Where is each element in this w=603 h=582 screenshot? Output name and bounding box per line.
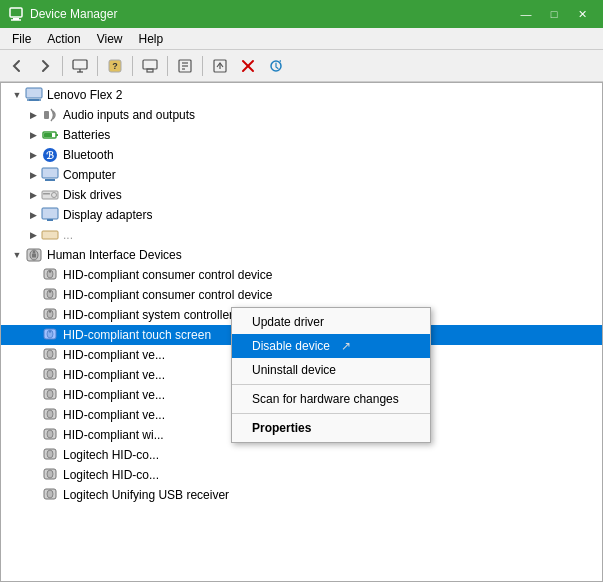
scan-button[interactable] bbox=[263, 53, 289, 79]
svg-rect-30 bbox=[42, 191, 58, 199]
ctx-sep1 bbox=[232, 384, 430, 385]
ctx-properties[interactable]: Properties bbox=[232, 416, 430, 440]
ellipsis-icon bbox=[41, 226, 59, 244]
window-controls: — □ ✕ bbox=[513, 4, 595, 24]
menu-bar: File Action View Help bbox=[0, 28, 603, 50]
svg-point-48 bbox=[49, 310, 51, 312]
tree-ellipsis[interactable]: ▶ ... bbox=[1, 225, 602, 245]
battery-icon bbox=[41, 126, 59, 144]
hid1-icon bbox=[41, 266, 59, 284]
svg-text:ℬ: ℬ bbox=[46, 150, 54, 161]
title-bar: Device Manager — □ ✕ bbox=[0, 0, 603, 28]
close-button[interactable]: ✕ bbox=[569, 4, 595, 24]
ctx-update-driver[interactable]: Update driver bbox=[232, 310, 430, 334]
display-label: Display adapters bbox=[63, 208, 598, 222]
ctx-scan-hardware[interactable]: Scan for hardware changes bbox=[232, 387, 430, 411]
sep5 bbox=[202, 56, 203, 76]
hid-root-label: Human Interface Devices bbox=[47, 248, 598, 262]
computer-label: Computer bbox=[63, 168, 598, 182]
logitech1-label: Logitech HID-co... bbox=[63, 448, 598, 462]
display-expander[interactable]: ▶ bbox=[25, 207, 41, 223]
svg-rect-32 bbox=[43, 193, 50, 195]
menu-help[interactable]: Help bbox=[131, 30, 172, 48]
svg-text:?: ? bbox=[112, 61, 118, 71]
logitech2-icon bbox=[41, 466, 59, 484]
svg-point-51 bbox=[49, 330, 51, 332]
computer-icon bbox=[25, 86, 43, 104]
ctx-uninstall-device[interactable]: Uninstall device bbox=[232, 358, 430, 382]
svg-rect-39 bbox=[32, 254, 36, 258]
tree-batteries[interactable]: ▶ Batteries bbox=[1, 125, 602, 145]
hid9-icon bbox=[41, 426, 59, 444]
properties-button[interactable] bbox=[172, 53, 198, 79]
menu-file[interactable]: File bbox=[4, 30, 39, 48]
monitor-button[interactable] bbox=[137, 53, 163, 79]
audio-icon bbox=[41, 106, 59, 124]
ellipsis-label: ... bbox=[63, 228, 598, 242]
audio-expander[interactable]: ▶ bbox=[25, 107, 41, 123]
batteries-expander[interactable]: ▶ bbox=[25, 127, 41, 143]
tree-disk[interactable]: ▶ Disk drives bbox=[1, 185, 602, 205]
hid1-label: HID-compliant consumer control device bbox=[63, 268, 598, 282]
device-tree[interactable]: ▼ Lenovo Flex 2 ▶ Audio input bbox=[0, 82, 603, 582]
svg-rect-9 bbox=[147, 69, 153, 72]
menu-view[interactable]: View bbox=[89, 30, 131, 48]
svg-rect-33 bbox=[42, 208, 58, 219]
sep4 bbox=[167, 56, 168, 76]
minimize-button[interactable]: — bbox=[513, 4, 539, 24]
tree-logitech-usb[interactable]: Logitech Unifying USB receiver bbox=[1, 485, 602, 505]
computer-icon2 bbox=[41, 166, 59, 184]
help-button[interactable]: ? bbox=[102, 53, 128, 79]
tree-display[interactable]: ▶ Display adapters bbox=[1, 205, 602, 225]
svg-point-65 bbox=[47, 470, 53, 478]
logitech-usb-label: Logitech Unifying USB receiver bbox=[63, 488, 598, 502]
svg-rect-3 bbox=[73, 60, 87, 69]
svg-rect-8 bbox=[143, 60, 157, 69]
hid6-icon bbox=[41, 366, 59, 384]
computer-expander[interactable]: ▶ bbox=[25, 167, 41, 183]
sep3 bbox=[132, 56, 133, 76]
hid-expander[interactable]: ▼ bbox=[9, 247, 25, 263]
svg-point-45 bbox=[49, 290, 51, 292]
audio-label: Audio inputs and outputs bbox=[63, 108, 598, 122]
tree-hid-1[interactable]: HID-compliant consumer control device bbox=[1, 265, 602, 285]
maximize-button[interactable]: □ bbox=[541, 4, 567, 24]
display-icon bbox=[41, 206, 59, 224]
tree-computer[interactable]: ▶ Computer bbox=[1, 165, 602, 185]
ctx-sep2 bbox=[232, 413, 430, 414]
svg-rect-24 bbox=[56, 134, 58, 136]
tree-hid-root[interactable]: ▼ Human Interface Devices bbox=[1, 245, 602, 265]
tree-root[interactable]: ▼ Lenovo Flex 2 bbox=[1, 85, 602, 105]
tree-logitech-2[interactable]: Logitech HID-co... bbox=[1, 465, 602, 485]
logitech1-icon bbox=[41, 446, 59, 464]
logitech2-label: Logitech HID-co... bbox=[63, 468, 598, 482]
back-button[interactable] bbox=[4, 53, 30, 79]
ellipsis-expander[interactable]: ▶ bbox=[25, 227, 41, 243]
tree-audio[interactable]: ▶ Audio inputs and outputs bbox=[1, 105, 602, 125]
update-button[interactable] bbox=[207, 53, 233, 79]
ctx-disable-device[interactable]: Disable device ↗ bbox=[232, 334, 430, 358]
main-content: ▼ Lenovo Flex 2 ▶ Audio input bbox=[0, 82, 603, 582]
bluetooth-expander[interactable]: ▶ bbox=[25, 147, 41, 163]
tree-logitech-1[interactable]: Logitech HID-co... bbox=[1, 445, 602, 465]
svg-point-57 bbox=[47, 390, 53, 398]
hid7-icon bbox=[41, 386, 59, 404]
computer-button[interactable] bbox=[67, 53, 93, 79]
root-expander[interactable]: ▼ bbox=[9, 87, 25, 103]
svg-point-38 bbox=[33, 251, 36, 254]
logitech-usb-icon bbox=[41, 486, 59, 504]
sep1 bbox=[62, 56, 63, 76]
svg-point-63 bbox=[47, 450, 53, 458]
tree-bluetooth[interactable]: ▶ ℬ Bluetooth bbox=[1, 145, 602, 165]
tree-hid-2[interactable]: HID-compliant consumer control device bbox=[1, 285, 602, 305]
svg-rect-19 bbox=[26, 88, 42, 98]
bluetooth-label: Bluetooth bbox=[63, 148, 598, 162]
forward-button[interactable] bbox=[32, 53, 58, 79]
menu-action[interactable]: Action bbox=[39, 30, 88, 48]
hid2-icon bbox=[41, 286, 59, 304]
svg-rect-34 bbox=[47, 219, 53, 221]
uninstall-button[interactable] bbox=[235, 53, 261, 79]
batteries-label: Batteries bbox=[63, 128, 598, 142]
sep2 bbox=[97, 56, 98, 76]
disk-expander[interactable]: ▶ bbox=[25, 187, 41, 203]
